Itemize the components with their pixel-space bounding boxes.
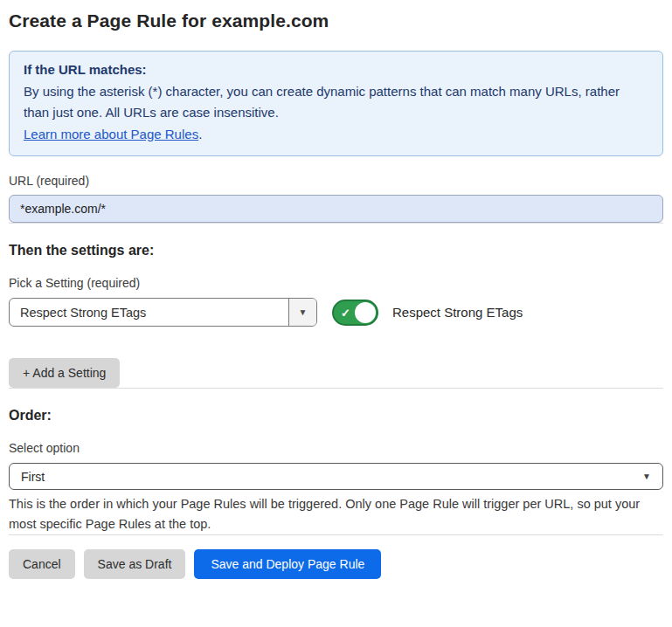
toggle-knob <box>355 302 376 323</box>
order-heading: Order: <box>9 408 663 424</box>
section-divider <box>9 388 663 389</box>
setting-toggle[interactable]: ✓ <box>332 300 378 326</box>
pick-setting-label: Pick a Setting (required) <box>9 276 663 290</box>
setting-select[interactable]: Respect Strong ETags ▼ <box>9 298 317 327</box>
url-match-info-box: If the URL matches: By using the asteris… <box>9 51 663 156</box>
setting-select-arrow-button[interactable]: ▼ <box>288 299 316 326</box>
page-title: Create a Page Rule for example.com <box>9 10 663 31</box>
setting-row: Respect Strong ETags ▼ ✓ Respect Strong … <box>9 298 663 327</box>
caret-down-icon: ▼ <box>299 307 308 317</box>
order-help-text: This is the order in which your Page Rul… <box>9 494 663 534</box>
url-input[interactable] <box>9 195 663 223</box>
cancel-button[interactable]: Cancel <box>9 549 75 579</box>
form-actions: Cancel Save as Draft Save and Deploy Pag… <box>9 549 663 579</box>
info-box-link-line: Learn more about Page Rules. <box>24 124 648 146</box>
order-select-label: Select option <box>9 441 663 455</box>
section-divider <box>9 534 663 535</box>
save-draft-button[interactable]: Save as Draft <box>84 549 186 579</box>
check-icon: ✓ <box>341 306 350 319</box>
section-divider <box>9 223 663 224</box>
add-setting-button[interactable]: + Add a Setting <box>9 358 120 388</box>
save-deploy-button[interactable]: Save and Deploy Page Rule <box>194 549 381 579</box>
create-page-rule-form: Create a Page Rule for example.com If th… <box>0 0 672 579</box>
learn-more-link[interactable]: Learn more about Page Rules <box>24 127 198 141</box>
setting-toggle-group: ✓ Respect Strong ETags <box>332 300 523 326</box>
info-box-body: By using the asterisk (*) character, you… <box>24 81 648 124</box>
caret-down-icon: ▼ <box>642 472 651 481</box>
link-suffix: . <box>198 127 202 141</box>
settings-heading: Then the settings are: <box>9 243 663 258</box>
order-select-value: First <box>21 470 45 484</box>
setting-toggle-label: Respect Strong ETags <box>392 305 523 320</box>
info-box-heading: If the URL matches: <box>24 59 648 81</box>
url-label: URL (required) <box>9 174 663 188</box>
setting-select-value: Respect Strong ETags <box>10 306 288 320</box>
order-select[interactable]: First ▼ <box>9 463 663 490</box>
